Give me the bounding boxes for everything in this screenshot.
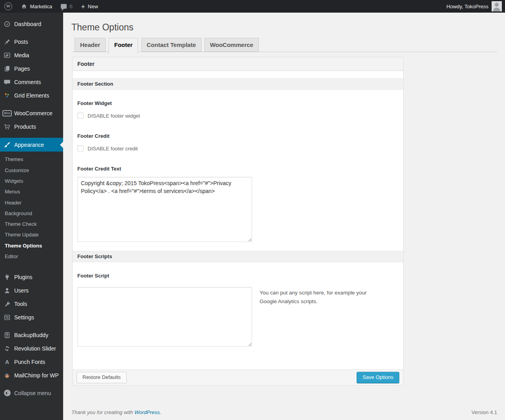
sidebar-item-label: Comments	[14, 79, 41, 85]
sidebar-item-label: Pages	[14, 66, 30, 72]
sidebar-item-products[interactable]: Products	[0, 120, 63, 133]
submenu-item-header[interactable]: Header	[0, 197, 63, 208]
menu-group-collapse: Collapse menu	[0, 386, 63, 400]
group-header-footer: Footer	[73, 57, 403, 71]
collapse-menu-button[interactable]: Collapse menu	[0, 386, 63, 400]
submenu-item-theme-check[interactable]: Theme Check	[0, 219, 63, 230]
restore-defaults-button[interactable]: Restore Defaults	[77, 372, 127, 383]
sidebar-item-label: Grid Elements	[14, 92, 49, 99]
tab-bar: Header Footer Contact Template WooCommer…	[71, 38, 497, 52]
sidebar-item-woocommerce[interactable]: Woo WooCommerce	[0, 107, 63, 120]
sidebar-item-dashboard[interactable]: Dashboard	[0, 17, 63, 31]
settings-icon	[0, 314, 14, 321]
paintbrush-icon	[0, 141, 14, 148]
sidebar-item-label: MailChimp for WP	[14, 372, 59, 379]
site-name-label: Marketica	[30, 4, 52, 9]
sidebar-item-backupbuddy[interactable]: BackupBuddy	[0, 328, 63, 342]
submenu-item-theme-options[interactable]: Theme Options	[0, 240, 63, 251]
footer-script-textarea[interactable]	[77, 287, 252, 347]
footer-credit-text-textarea[interactable]: Copyright &copy; 2015 TokoPress<span><a …	[77, 177, 252, 242]
comments-icon	[0, 79, 14, 86]
tab-contact-template[interactable]: Contact Template	[141, 38, 202, 52]
menu-group-content: Posts Media Pages Comments Grid Elements	[0, 35, 63, 102]
menu-group-dashboard: Dashboard	[0, 17, 63, 31]
submenu-item-menus[interactable]: Menus	[0, 187, 63, 197]
page-footer: Thank you for creating with WordPress. V…	[71, 409, 497, 415]
submenu-item-customize[interactable]: Customize	[0, 165, 63, 176]
plug-icon	[0, 274, 14, 281]
tab-header[interactable]: Header	[75, 38, 106, 52]
submenu-item-theme-update[interactable]: Theme Update	[0, 230, 63, 240]
thanks-period: .	[160, 409, 161, 415]
account-menu[interactable]: Howdy, TokoPress	[447, 1, 505, 11]
sidebar-item-label: Products	[14, 124, 36, 130]
sidebar-item-label: Appearance	[14, 142, 44, 148]
sidebar-item-label: Revolution Slider	[14, 345, 56, 352]
submenu-item-background[interactable]: Background	[0, 208, 63, 219]
collapse-menu-label: Collapse menu	[14, 390, 51, 396]
letter-a-icon: A	[0, 359, 14, 365]
sidebar-item-appearance[interactable]: Appearance	[0, 138, 63, 152]
tab-footer[interactable]: Footer	[108, 38, 138, 54]
sidebar-item-grid-elements[interactable]: Grid Elements	[0, 89, 63, 102]
sidebar-item-media[interactable]: Media	[0, 49, 63, 62]
backup-icon	[0, 332, 14, 339]
page-title: Theme Options	[71, 22, 497, 33]
sidebar-item-label: Dashboard	[14, 21, 41, 27]
wordpress-link[interactable]: WordPress	[135, 409, 160, 415]
sidebar-item-label: Tools	[14, 301, 27, 307]
mailchimp-monkey-icon	[0, 372, 14, 379]
tab-woocommerce[interactable]: WooCommerce	[204, 38, 259, 52]
submenu-item-editor[interactable]: Editor	[0, 251, 63, 262]
sidebar-item-label: WooCommerce	[14, 110, 52, 116]
sidebar-item-plugins[interactable]: Plugins	[0, 270, 63, 284]
new-content-button[interactable]: + New	[77, 0, 103, 13]
version-label: Version 4.1	[471, 409, 497, 415]
sidebar-item-label: Users	[14, 287, 29, 294]
footer-thanks-text: Thank you for creating with WordPress.	[71, 409, 161, 415]
footer-script-row: You can put any script here, for example…	[77, 287, 398, 347]
wordpress-menu-button[interactable]: W	[0, 0, 17, 13]
footer-script-label: Footer Script	[77, 273, 398, 279]
pages-icon	[0, 65, 14, 72]
submenu-item-widgets[interactable]: Widgets	[0, 176, 63, 187]
sidebar-item-punch-fonts[interactable]: A Punch Fonts	[0, 355, 63, 369]
save-options-button[interactable]: Save Options	[357, 372, 399, 383]
pushpin-icon	[0, 38, 14, 45]
sidebar-item-label: Plugins	[14, 274, 32, 280]
section-header-footer-section: Footer Section	[73, 78, 403, 90]
sidebar-item-users[interactable]: Users	[0, 284, 63, 297]
sidebar-item-comments[interactable]: Comments	[0, 75, 63, 89]
grid-elements-icon	[0, 92, 14, 99]
sidebar-item-settings[interactable]: Settings	[0, 311, 63, 324]
admin-bar-comments-button[interactable]: 0	[56, 0, 77, 13]
dashboard-icon	[0, 21, 14, 28]
disable-footer-widget-checkbox[interactable]	[77, 112, 84, 119]
footer-scripts-fields: Footer Script You can put any script her…	[73, 273, 403, 347]
sidebar-item-mailchimp[interactable]: MailChimp for WP	[0, 369, 63, 382]
sidebar-item-tools[interactable]: Tools	[0, 297, 63, 311]
menu-group-admin: Plugins Users Tools Settings	[0, 270, 63, 324]
main-content: Theme Options Header Footer Contact Temp…	[63, 13, 505, 415]
disable-footer-credit-checkbox[interactable]	[77, 145, 84, 152]
sidebar-item-posts[interactable]: Posts	[0, 35, 63, 49]
woocommerce-icon: Woo	[0, 110, 14, 116]
admin-bar: W Marketica 0 + New Howdy, TokoPress	[0, 0, 505, 13]
sidebar-item-revolution-slider[interactable]: Revolution Slider	[0, 342, 63, 355]
media-icon	[0, 52, 14, 59]
home-icon	[21, 3, 27, 9]
howdy-label: Howdy, TokoPress	[447, 4, 488, 9]
theme-options-panel: Footer Footer Section Footer Widget DISA…	[72, 57, 404, 386]
new-label: New	[88, 4, 98, 9]
sidebar-item-label: BackupBuddy	[14, 332, 48, 338]
comments-count: 0	[69, 4, 72, 9]
sidebar-item-label: Media	[14, 52, 29, 58]
wordpress-logo-icon: W	[4, 2, 12, 10]
sidebar-item-label: Punch Fonts	[14, 359, 45, 365]
footer-credit-row: DISABLE footer credit	[77, 145, 398, 152]
submenu-item-themes[interactable]: Themes	[0, 154, 63, 165]
footer-credit-label: Footer Credit	[77, 133, 398, 139]
sidebar-item-pages[interactable]: Pages	[0, 62, 63, 75]
site-name-button[interactable]: Marketica	[17, 0, 56, 13]
collapse-arrow-icon	[0, 390, 14, 396]
